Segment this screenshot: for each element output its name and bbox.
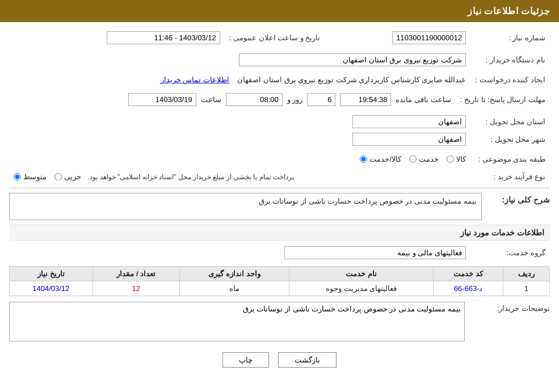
- tabaqe-khedmat-item[interactable]: خدمت: [409, 155, 439, 163]
- buttons-row: بازگشت چاپ: [9, 352, 550, 368]
- cell-tedad: 12: [93, 281, 179, 296]
- saat-label: ساعت: [201, 95, 221, 104]
- table-row: 1 د-663-66 فعالیتهای مدیریت وجوه ماه 12 …: [10, 281, 550, 296]
- mohlat-saat-input[interactable]: [226, 93, 283, 106]
- services-section-title: اطلاعات خدمات مورد نیاز: [9, 225, 550, 241]
- col-vahed: واحد اندازه گیری: [179, 267, 289, 281]
- farayand-motevaset-radio[interactable]: [14, 173, 21, 180]
- shahr-label: شهر محل تحویل :: [470, 130, 550, 148]
- info-table-row4: مهلت ارسال پاسخ: تا تاریخ : ساعت روز و س…: [9, 91, 550, 108]
- info-table-row3: ایجاد کننده درخواست : عبدالله صابری کارش…: [9, 73, 550, 86]
- tarich-saat-input[interactable]: [107, 31, 220, 44]
- mohlat-label: مهلت ارسال پاسخ: تا تاریخ :: [456, 91, 550, 108]
- grohe-khedmat-input[interactable]: [284, 246, 466, 259]
- tabaqe-label: طبقه بندی موضوعی :: [470, 153, 550, 166]
- ettelaat-tamas-link[interactable]: اطلاعات تماس خریدار: [161, 75, 229, 84]
- shomare-niaz-label: شماره نیاز :: [470, 29, 550, 47]
- col-nam: نام خدمت: [289, 267, 434, 281]
- farayand-jozei-radio[interactable]: [54, 173, 62, 180]
- ostan-label: استان محل تحویل :: [470, 113, 550, 130]
- main-content: شماره نیاز : تاریخ و ساعت اعلان عمومی : …: [0, 22, 559, 379]
- farayand-jozei-item[interactable]: جزیی: [54, 172, 81, 181]
- sharh-kolli-section: بیمه مسئولیت مدنی در خصوص پرداخت خسارت ن…: [9, 193, 550, 220]
- info-table-row2: نام دستگاه خریدار :: [9, 51, 550, 69]
- sharh-kolli-value: بیمه مسئولیت مدنی در خصوص پرداخت خسارت ن…: [259, 197, 477, 205]
- ijad-konande-label: ایجاد کننده درخواست :: [470, 73, 550, 86]
- cell-kod: د-663-66: [434, 281, 503, 296]
- sharh-kolli-box: بیمه مسئولیت مدنی در خصوص پرداخت خسارت ن…: [9, 193, 482, 220]
- tarich-saat-label: تاریخ و ساعت اعلان عمومی :: [225, 29, 325, 47]
- cell-vahed: ماه: [179, 281, 289, 296]
- info-table-row5: استان محل تحویل : شهر محل تحویل :: [9, 113, 550, 148]
- cell-radif: 1: [503, 281, 549, 296]
- services-table: ردیف کد خدمت نام خدمت واحد اندازه گیری ت…: [9, 266, 550, 296]
- shahr-input[interactable]: [352, 133, 466, 146]
- shomare-niaz-input[interactable]: [392, 31, 466, 44]
- ostan-input[interactable]: [352, 115, 466, 128]
- nam-dastgah-label: نام دستگاه خریدار :: [470, 51, 550, 69]
- info-table-row6: طبقه بندی موضوعی : کالا خدمت کالا/خدمت: [9, 153, 550, 166]
- farayand-jozei-label: جزیی: [64, 172, 81, 181]
- col-tarich: تاریخ نیاز: [10, 267, 93, 281]
- cell-nam: فعالیتهای مدیریت وجوه: [289, 281, 434, 296]
- farayand-motevaset-label: متوسط: [23, 172, 47, 181]
- back-button[interactable]: بازگشت: [278, 352, 337, 368]
- divider1: [9, 188, 550, 188]
- noe-farayand-label: نوع فرآیند خرید :: [470, 170, 550, 183]
- page-wrapper: جزئیات اطلاعات نیاز شماره نیاز : تاریخ و…: [0, 0, 559, 392]
- grohe-khedmat-label: گروه خدمت:: [470, 244, 550, 262]
- print-button[interactable]: چاپ: [222, 352, 269, 368]
- tabaqe-kala-item[interactable]: کالا: [447, 155, 466, 163]
- saat-baqi-label: ساعت باقی مانده: [396, 95, 451, 104]
- tabaqe-kalakhedmat-radio[interactable]: [360, 155, 367, 163]
- col-radif: ردیف: [503, 267, 549, 281]
- farayand-motevaset-item[interactable]: متوسط: [14, 172, 47, 181]
- tabaqe-khedmat-label: خدمت: [419, 155, 439, 163]
- tabaqe-khedmat-radio[interactable]: [409, 155, 417, 163]
- grohe-khedmat-table: گروه خدمت:: [9, 244, 550, 262]
- page-header: جزئیات اطلاعات نیاز: [0, 0, 559, 22]
- roz-label: روز و: [287, 95, 303, 104]
- nam-dastgah-input[interactable]: [239, 53, 466, 66]
- info-table-row1: شماره نیاز : تاریخ و ساعت اعلان عمومی :: [9, 29, 550, 47]
- mohlat-roz-input[interactable]: [307, 93, 335, 106]
- tabaqe-kala-label: کالا: [456, 155, 466, 163]
- tabaqe-kalakhedmat-item[interactable]: کالا/خدمت: [360, 155, 401, 163]
- sharh-kolli-label: شرح کلی نیاز:: [487, 193, 550, 204]
- info-table-row7: نوع فرآیند خرید : جزیی متوسط: [9, 170, 550, 183]
- cell-tarich: 1404/03/12: [10, 281, 93, 296]
- tosih-label: توضیحات خریدار:: [470, 302, 550, 313]
- mohlat-saat-baqi-input[interactable]: [340, 93, 391, 106]
- tabaqe-kalakhedmat-label: کالا/خدمت: [369, 155, 401, 163]
- tosih-textarea[interactable]: [9, 302, 465, 342]
- ijad-konande-value: عبدالله صابری کارشناس کاربرداری شرکت توز…: [237, 75, 466, 84]
- col-tedad: تعداد / مقدار: [93, 267, 179, 281]
- services-table-body: 1 د-663-66 فعالیتهای مدیریت وجوه ماه 12 …: [10, 281, 550, 296]
- farayand-notice: پرداخت تمام یا بخشی از مبلغ خریداز محل "…: [88, 173, 294, 181]
- tosih-section: توضیحات خریدار:: [9, 302, 550, 343]
- services-table-header: ردیف کد خدمت نام خدمت واحد اندازه گیری ت…: [10, 267, 550, 281]
- mohlat-date-input[interactable]: [128, 93, 196, 106]
- tabaqe-kala-radio[interactable]: [447, 155, 454, 163]
- col-kod: کد خدمت: [434, 267, 503, 281]
- page-title: جزئیات اطلاعات نیاز: [468, 6, 550, 16]
